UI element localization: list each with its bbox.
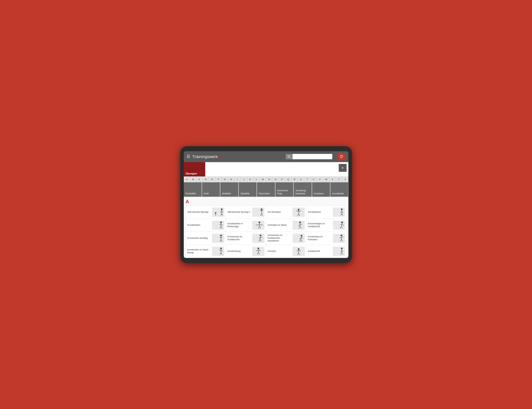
svg-line-90 [298, 253, 299, 255]
alpha-letter-N[interactable]: N [266, 177, 272, 182]
alpha-letter-T[interactable]: T [304, 177, 311, 182]
alpha-letter-V[interactable]: V [317, 177, 323, 182]
exercise-cell[interactable]: Armstrecken im Ausfallschritt [226, 232, 266, 245]
svg-line-66 [300, 239, 301, 242]
section-letter: A [186, 197, 347, 206]
alpha-letter-U[interactable]: U [311, 177, 317, 182]
exercise-cell[interactable]: Armabduktion in Rückenlage [226, 219, 266, 232]
svg-point-44 [341, 221, 343, 223]
svg-line-76 [219, 250, 221, 251]
exercise-cell[interactable]: Alternierende Sprünge [186, 206, 226, 219]
category-label: Übungen [186, 172, 197, 175]
svg-point-92 [341, 248, 343, 249]
exercise-thumbnail [252, 247, 265, 256]
add-button[interactable]: + [339, 164, 347, 172]
alpha-letter-E[interactable]: E [209, 177, 215, 182]
logo-swoosh: )) [218, 154, 221, 159]
alpha-letter-B[interactable]: B [190, 177, 196, 182]
search-input[interactable] [293, 154, 332, 159]
alpha-letter-G[interactable]: G [222, 177, 228, 182]
logo: Trainingswerk)) [192, 154, 221, 159]
exercise-cell[interactable]: Armschwingen im Ausfallschritt [306, 219, 347, 232]
exercise-cell[interactable]: Armstütz [266, 245, 306, 258]
alpha-letter-W[interactable]: W [323, 177, 329, 182]
svg-line-40 [299, 225, 300, 226]
alpha-letter-C[interactable]: C [196, 177, 203, 182]
alpha-letter-K[interactable]: K [247, 177, 253, 182]
alpha-letter-P[interactable]: P [279, 177, 285, 182]
search-icon [286, 154, 293, 159]
alpha-letter-O[interactable]: O [272, 177, 279, 182]
exercise-name: Armabduktion [187, 224, 211, 227]
filter-item-Stabilitt[interactable]: Stabilität [239, 182, 257, 197]
alpha-letter-L[interactable]: L [253, 177, 260, 182]
alpha-letter-R[interactable]: R [292, 177, 298, 182]
exercise-thumbnail [212, 247, 224, 256]
alpha-letter-S[interactable]: S [298, 177, 304, 182]
filter-item-Plyometrie[interactable]: Plyometrie [257, 182, 275, 197]
svg-line-11 [262, 210, 263, 211]
filter-item-Koordinatio[interactable]: Koordinatio [330, 182, 348, 197]
exercise-cell[interactable]: Armstrecken im Kniestand [306, 232, 347, 245]
alpha-letter-Y[interactable]: Y [336, 177, 342, 182]
exercise-thumbnail [212, 221, 224, 230]
exercise-thumbnail [333, 221, 345, 230]
svg-line-18 [298, 214, 299, 216]
svg-line-22 [340, 211, 342, 213]
power-button[interactable] [337, 153, 346, 160]
exercise-name: Ausfallschritt [308, 250, 332, 253]
exercise-thumbnail [293, 221, 305, 230]
alpha-letter-I[interactable]: I [234, 177, 241, 182]
filter-item-Movement-Prep[interactable]: Movement Prep. [276, 182, 294, 197]
exercise-thumbnail [252, 208, 265, 217]
alpha-letter-D[interactable]: D [203, 177, 209, 182]
category-red-block: Übungen [184, 162, 205, 176]
svg-line-64 [302, 237, 303, 238]
exercise-cell[interactable]: Armheben im Stand [266, 219, 306, 232]
exercise-thumbnail [252, 234, 265, 243]
svg-point-32 [259, 221, 260, 223]
exercise-name: Armstrecken im Kniestand [308, 236, 332, 241]
svg-line-12 [261, 213, 262, 216]
svg-line-77 [221, 251, 223, 251]
filter-item-Schwierig--keitsstufe[interactable]: Schwierig- keitsstufe [294, 182, 312, 197]
svg-line-4 [221, 213, 222, 216]
filter-item-Mobilitt[interactable]: Mobilität [220, 182, 238, 197]
exercise-name: Alternierende Sprünge [187, 211, 211, 214]
alpha-letter-H[interactable]: H [228, 177, 234, 182]
alpha-letter-A[interactable]: A [184, 177, 190, 182]
svg-point-8 [261, 209, 263, 210]
exercise-cell[interactable]: Armabduktion [306, 206, 347, 219]
exercise-cell[interactable]: Armstrecken im Stand - Stange [186, 245, 226, 258]
exercise-thumbnail [333, 208, 345, 217]
alpha-letter-J[interactable]: J [241, 177, 247, 182]
alpha-letter-M[interactable]: M [260, 177, 266, 182]
alpha-letter-F[interactable]: F [215, 177, 222, 182]
svg-line-16 [296, 211, 299, 211]
filter-item-Kraft[interactable]: Kraft [202, 182, 220, 197]
svg-line-23 [342, 211, 343, 213]
svg-point-68 [341, 235, 342, 236]
svg-point-50 [220, 235, 222, 236]
exercise-cell[interactable]: Armstreckung [226, 245, 266, 258]
alpha-letter-Z[interactable]: Z [342, 177, 348, 182]
alpha-letter-Q[interactable]: Q [285, 177, 291, 182]
alpha-letter-X[interactable]: X [329, 177, 336, 182]
hamburger-menu-icon[interactable]: ☰ [187, 155, 190, 159]
svg-line-45 [342, 223, 342, 226]
svg-line-34 [256, 225, 259, 225]
exercise-cell[interactable]: Armstrecken einseitig [186, 232, 226, 245]
exercise-cell[interactable]: Armstrecken im Ausfallschritt asymetrisc… [266, 232, 306, 245]
exercise-cell[interactable]: Arm Elevation [266, 206, 306, 219]
filter-item-Flexibilitt[interactable]: Flexibilität [184, 182, 202, 197]
exercise-thumbnail [252, 221, 265, 230]
exercise-cell[interactable]: Alternierende Sprünge 1 [226, 206, 266, 219]
exercise-name: Armstreckung [227, 250, 251, 253]
exercise-cell[interactable]: Ausfallschritt [306, 245, 347, 258]
exercise-cell[interactable]: Armabduktion [186, 219, 226, 232]
exercise-thumbnail [333, 234, 345, 243]
exercise-name: Armabduktion [308, 211, 332, 214]
svg-point-62 [301, 235, 302, 237]
svg-point-14 [298, 209, 300, 210]
filter-item-Ausdauer[interactable]: Ausdauer [312, 182, 330, 197]
